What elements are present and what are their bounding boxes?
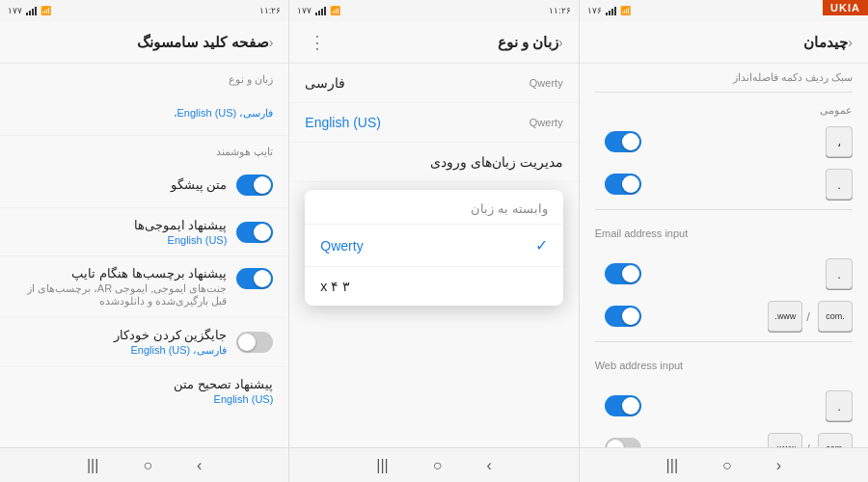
- panel1-sticker-text: پیشنهاد برچسب‌ها هنگام تایپ جنت‌های ایمو…: [15, 266, 227, 308]
- panel1-emoji-sub: English (US): [15, 234, 227, 246]
- panel2-farsi-text: فارسی: [305, 75, 345, 91]
- nav-home-2[interactable]: ○: [425, 453, 450, 478]
- panel3-email-label: Email address input: [595, 228, 689, 239]
- panel1-replace-row: جایگزین کردن خودکار فارسی، English (US): [0, 318, 288, 367]
- panel3-web-label: Web address input: [595, 360, 684, 371]
- wifi-2: 📶: [330, 6, 340, 15]
- panel1-correct-row[interactable]: پیشنهاد تصحیح متن English (US): [0, 367, 288, 415]
- wifi-1: 📶: [41, 6, 51, 15]
- panel1-correct-text: پیشنهاد تصحیح متن English (US): [15, 377, 273, 405]
- panel3-key-com2: .com: [818, 433, 853, 447]
- wifi-3: 📶: [620, 6, 631, 15]
- panel1-emoji-toggle[interactable]: [236, 222, 273, 243]
- panel1-emoji-title: پیشنهاد ایموجی‌ها: [15, 218, 227, 232]
- panel3-row-dot2: .: [580, 253, 868, 295]
- panel2-popup-title: وابسته به زبان: [305, 190, 562, 225]
- panel-layout: چیدمان › سبک ردیف دکمه فاصله‌انداز عمومی…: [580, 21, 868, 447]
- panel3-back-arrow[interactable]: ›: [848, 35, 853, 50]
- nav-back-3[interactable]: ›: [769, 453, 789, 478]
- panel1-title: صفحه کلید سامسونگ: [137, 34, 268, 51]
- panel1-preview-text: متن پیشگو: [15, 177, 227, 192]
- panel3-row-dot1: .: [580, 163, 868, 205]
- panel3-keys-com-www2: .com / www.: [764, 433, 853, 447]
- panel1-content: زبان و نوع فارسی، English (US)، تایپ هوش…: [0, 64, 288, 447]
- nav-recent-3[interactable]: |||: [659, 453, 686, 478]
- panel1-smart-label: تایپ هوشمند: [0, 136, 288, 162]
- panel3-toggle-com-www1[interactable]: [605, 306, 641, 327]
- panel3-row-com-www1: .com / www.: [580, 295, 868, 337]
- panel2-menu-dots[interactable]: ⋮: [309, 32, 326, 53]
- panel2-popup: وابسته به زبان ✓ Qwerty ۳ x ۴: [305, 190, 562, 306]
- panel1-correct-title: پیشنهاد تصحیح متن: [15, 377, 273, 391]
- panel1-preview-row: متن پیشگو: [0, 162, 288, 208]
- panel3-divider3: [595, 341, 853, 342]
- panel2-check-icon: ✓: [535, 236, 548, 254]
- panel3-toggle-dot3[interactable]: [605, 395, 641, 416]
- panel2-popup-3x4[interactable]: ۳ x ۴: [305, 267, 562, 306]
- nav-recent-2[interactable]: |||: [368, 453, 395, 478]
- panel1-replace-title: جایگزین کردن خودکار: [15, 328, 227, 342]
- panel3-toggle-comma[interactable]: [605, 131, 641, 152]
- panel2-title: زبان و نوع: [498, 34, 558, 51]
- signal-2: [315, 7, 326, 15]
- panel-samsung-keyboard: صفحه کلید سامسونگ › زبان و نوع فارسی، En…: [0, 21, 289, 447]
- panel1-sticker-row: پیشنهاد برچسب‌ها هنگام تایپ جنت‌های ایمو…: [0, 256, 288, 318]
- panel3-web-label-row: Web address input: [580, 346, 868, 385]
- panel3-keys-com-www1: .com / www.: [764, 301, 853, 332]
- panels-container: صفحه کلید سامسونگ › زبان و نوع فارسی، En…: [0, 21, 868, 447]
- panel3-key-com1: .com: [818, 301, 853, 332]
- panel3-spacebar-label: سبک ردیف دکمه فاصله‌انداز: [580, 64, 868, 88]
- nav-home-3[interactable]: ○: [715, 453, 740, 478]
- panel2-back-arrow[interactable]: ›: [558, 35, 563, 50]
- panel2-3x4-label: ۳ x ۴: [320, 279, 350, 294]
- bottom-nav: ||| ○ ‹ ||| ○ ‹ ||| ○ ›: [0, 447, 868, 482]
- panel1-preview-toggle[interactable]: [236, 174, 273, 196]
- nav-back-1[interactable]: ‹: [189, 453, 209, 478]
- panel3-email-label-row: Email address input: [580, 214, 868, 253]
- panel3-toggle-com-www2[interactable]: [605, 438, 641, 447]
- panel2-manage-row[interactable]: مدیریت زبان‌های ورودی: [289, 143, 578, 182]
- time-1: ۱۱:۲۶: [259, 6, 282, 15]
- panel1-emoji-row: پیشنهاد ایموجی‌ها English (US): [0, 208, 288, 256]
- panel2-manage-text: مدیریت زبان‌های ورودی: [430, 154, 563, 170]
- panel3-row-com-www2: .com / www.: [580, 427, 868, 447]
- panel1-correct-sub: English (US): [15, 393, 273, 405]
- panel3-key-dot1: .: [826, 169, 853, 200]
- panel1-lang-row[interactable]: فارسی، English (US)،: [0, 90, 288, 136]
- panel3-key-www2: www.: [768, 433, 802, 447]
- panel1-preview-title: متن پیشگو: [15, 177, 227, 192]
- bottom-nav-panel-2: ||| ○ ‹: [289, 448, 579, 482]
- panel3-general-label: عمومی: [580, 96, 868, 120]
- panel3-row-dot3: .: [580, 385, 868, 427]
- battery-3: ۱۷۶: [587, 6, 602, 15]
- panel3-toggle-dot1[interactable]: [605, 174, 641, 195]
- panel3-divider1: [595, 92, 853, 93]
- panel2-popup-qwerty[interactable]: ✓ Qwerty: [305, 225, 562, 267]
- nav-home-1[interactable]: ○: [135, 453, 160, 478]
- panel2-english-name: English (US): [305, 115, 381, 130]
- panel3-key-dot2: .: [826, 258, 853, 289]
- panel1-replace-toggle[interactable]: [236, 332, 273, 353]
- panel1-sticker-toggle[interactable]: [236, 268, 273, 289]
- panel1-sticker-title: پیشنهاد برچسب‌ها هنگام تایپ: [15, 266, 227, 281]
- status-panel-1: ۱۷۷ 📶 ۱۱:۲۶: [0, 0, 289, 21]
- battery-2: ۱۷۷: [297, 6, 312, 15]
- panel1-sticker-sub: جنت‌های ایموجی, ایموجی AR، برچسب‌های از …: [15, 282, 227, 308]
- status-left-2: ۱۷۷ 📶: [297, 6, 340, 15]
- panel1-emoji-text: پیشنهاد ایموجی‌ها English (US): [15, 218, 227, 246]
- panel1-replace-sub: فارسی، English (US): [15, 344, 227, 357]
- panel3-toggle-dot2[interactable]: [605, 263, 641, 284]
- panel1-replace-text: جایگزین کردن خودکار فارسی، English (US): [15, 328, 227, 357]
- panel2-title-area: زبان و نوع ›: [498, 34, 567, 51]
- nav-recent-1[interactable]: |||: [79, 453, 106, 478]
- panel1-lang-text: فارسی، English (US)،: [15, 105, 273, 120]
- bottom-nav-panel-1: ||| ○ ‹: [0, 448, 289, 482]
- panel1-back-arrow[interactable]: ›: [269, 35, 274, 50]
- panel2-farsi-type: Qwerty: [529, 77, 563, 89]
- panel2-farsi-item[interactable]: Qwerty فارسی: [289, 64, 578, 103]
- nav-back-2[interactable]: ‹: [478, 453, 499, 478]
- battery-1: ۱۷۷: [8, 6, 22, 15]
- panel2-english-item[interactable]: Qwerty English (US): [289, 103, 578, 143]
- panel3-title: چیدمان: [803, 34, 848, 51]
- panel1-lang-value: فارسی، English (US)،: [15, 107, 273, 120]
